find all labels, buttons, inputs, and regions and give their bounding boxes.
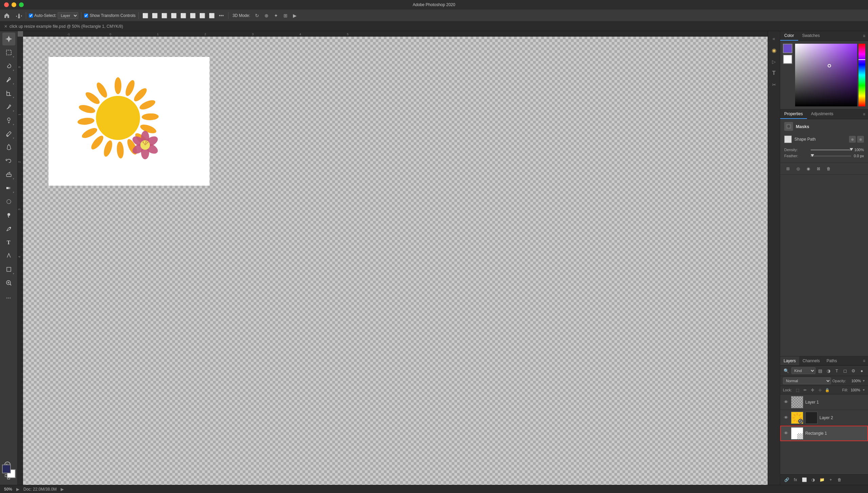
shape-tool[interactable]: ▾ <box>2 263 15 276</box>
tab-adjustments[interactable]: Adjustments <box>807 109 837 119</box>
layer-adjustment-btn[interactable]: ◑ <box>809 476 817 484</box>
close-button[interactable] <box>4 2 9 7</box>
prop-action-2[interactable]: ◎ <box>794 165 802 172</box>
more-options-icon[interactable]: ••• <box>217 12 225 20</box>
tab-color[interactable]: Color <box>780 31 798 41</box>
color-gradient[interactable] <box>795 44 857 106</box>
auto-select-dropdown[interactable]: Layer Group <box>58 12 78 19</box>
tab-layers[interactable]: Layers <box>780 356 799 365</box>
prop-action-3[interactable]: ◉ <box>805 165 812 172</box>
blur-tool[interactable] <box>2 195 15 208</box>
home-icon[interactable] <box>3 12 11 20</box>
lock-transparent-btn[interactable]: ⬚ <box>794 387 801 393</box>
color-cursor[interactable] <box>828 64 831 67</box>
3d-slide-icon[interactable]: ⊞ <box>281 12 290 20</box>
layer-mask-btn[interactable]: ⬜ <box>801 476 808 484</box>
more-tools-btn[interactable]: ••• <box>2 291 15 304</box>
align-left-icon[interactable]: ⬜ <box>141 12 150 20</box>
layer-new-btn[interactable]: + <box>827 476 834 484</box>
active-color-swatch[interactable] <box>783 44 792 53</box>
layer-link-btn[interactable]: 🔗 <box>783 476 790 484</box>
marquee-tool[interactable]: ▾ <box>2 46 15 59</box>
3d-scale-icon[interactable]: ▶ <box>291 12 299 20</box>
tab-swatches[interactable]: Swatches <box>798 31 824 41</box>
layer-item-2[interactable]: 👁 <box>780 410 868 426</box>
auto-select-label[interactable]: Auto-Select: <box>29 13 56 18</box>
move-tool[interactable] <box>2 33 15 45</box>
hue-bar[interactable] <box>859 44 865 106</box>
lock-artboard-btn[interactable]: ⊹ <box>817 387 823 393</box>
3d-roll-icon[interactable]: ⊕ <box>262 12 271 20</box>
layer-delete-btn[interactable]: 🗑 <box>836 476 843 484</box>
magic-wand-tool[interactable]: ▾ <box>2 73 15 86</box>
tab-channels[interactable]: Channels <box>799 356 823 365</box>
distribute-h-icon[interactable]: ⬜ <box>198 12 206 20</box>
align-bottom-icon[interactable]: ⬜ <box>189 12 197 20</box>
shape-to-mask-btn[interactable]: ⊕ <box>849 136 856 143</box>
filter-shape-icon[interactable]: ◻ <box>842 367 849 374</box>
brush-tool[interactable]: ▾ <box>2 127 15 140</box>
crop-tool[interactable]: ▾ <box>2 87 15 100</box>
align-center-h-icon[interactable]: ⬜ <box>151 12 159 20</box>
doc-info-arrow[interactable]: ▶ <box>61 487 64 492</box>
density-slider[interactable] <box>811 149 852 150</box>
opacity-dropdown-icon[interactable]: ▼ <box>862 379 865 383</box>
transform-controls-checkbox[interactable] <box>84 14 88 18</box>
3d-rotate-icon[interactable]: ↻ <box>253 12 261 20</box>
lasso-tool[interactable]: ▾ <box>2 60 15 73</box>
feather-slider-thumb[interactable] <box>811 154 814 157</box>
lock-all-btn[interactable]: 🔒 <box>824 387 830 393</box>
distribute-v-icon[interactable]: ⬜ <box>208 12 216 20</box>
foreground-color[interactable] <box>2 465 11 473</box>
lock-position-btn[interactable]: ✣ <box>809 387 815 393</box>
filter-smart-icon[interactable]: ⚙ <box>850 367 857 374</box>
tab-properties[interactable]: Properties <box>780 109 807 119</box>
shape-intersect-btn[interactable]: ⊗ <box>857 136 864 143</box>
panel-options-icon[interactable]: ≡ <box>860 32 868 40</box>
type-tool[interactable]: T <box>2 236 15 249</box>
minimize-button[interactable] <box>12 2 16 7</box>
dodge-tool[interactable] <box>2 209 15 222</box>
eyedropper-tool[interactable]: ▾ <box>2 100 15 113</box>
feather-slider[interactable] <box>811 156 851 157</box>
layer-2-visibility[interactable]: 👁 <box>783 415 789 421</box>
auto-select-checkbox[interactable] <box>29 14 33 18</box>
color-picker-area[interactable] <box>795 44 865 106</box>
layer-item-1[interactable]: 👁 Layer 1 <box>780 394 868 410</box>
align-top-icon[interactable]: ⬜ <box>170 12 178 20</box>
maximize-button[interactable] <box>19 2 24 7</box>
bg-color-swatch[interactable] <box>783 55 792 64</box>
zoom-tool[interactable] <box>2 276 15 289</box>
collapse-panel-icon[interactable]: « <box>769 34 779 43</box>
properties-options-icon[interactable]: ≡ <box>860 110 868 119</box>
filter-toggle-icon[interactable]: ● <box>858 367 865 374</box>
layer-fx-btn[interactable]: fx <box>792 476 799 484</box>
layer-item-rectangle-1[interactable]: 👁 Rectangle 1 <box>780 426 868 441</box>
shape-path-swatch[interactable] <box>784 136 792 143</box>
layer-1-visibility[interactable]: 👁 <box>783 399 789 405</box>
tab-paths[interactable]: Paths <box>823 356 841 365</box>
mask-icon[interactable] <box>784 122 793 131</box>
scissors-icon[interactable]: ✂ <box>769 80 779 89</box>
pen-tool[interactable] <box>2 222 15 235</box>
filter-adjustment-icon[interactable]: ◑ <box>825 367 832 374</box>
lock-pixels-btn[interactable]: ✏ <box>802 387 808 393</box>
type-icon[interactable]: T <box>769 68 779 78</box>
transform-controls-label[interactable]: Show Transform Controls <box>84 13 135 18</box>
blend-mode-dropdown[interactable]: Normal Dissolve Multiply Screen Overlay <box>783 377 831 384</box>
3d-drag-icon[interactable]: ✦ <box>272 12 280 20</box>
rectangle-1-visibility[interactable]: 👁 <box>783 430 789 436</box>
healing-brush-tool[interactable]: ▾ <box>2 114 15 127</box>
eraser-tool[interactable]: ▾ <box>2 168 15 181</box>
align-right-icon[interactable]: ⬜ <box>160 12 169 20</box>
prop-action-5[interactable]: 🗑 <box>825 165 832 172</box>
play-icon[interactable]: ▷ <box>769 57 779 66</box>
density-slider-thumb[interactable] <box>850 148 853 151</box>
color-panel-icon[interactable]: ◉ <box>769 45 779 55</box>
filter-type-icon[interactable]: T <box>833 367 841 374</box>
zoom-nav-btn[interactable]: ▶ <box>16 487 19 492</box>
history-brush-tool[interactable] <box>2 155 15 167</box>
close-doc-icon[interactable]: ✕ <box>4 24 7 29</box>
align-center-v-icon[interactable]: ⬜ <box>179 12 188 20</box>
gradient-tool[interactable]: ▾ <box>2 182 15 194</box>
